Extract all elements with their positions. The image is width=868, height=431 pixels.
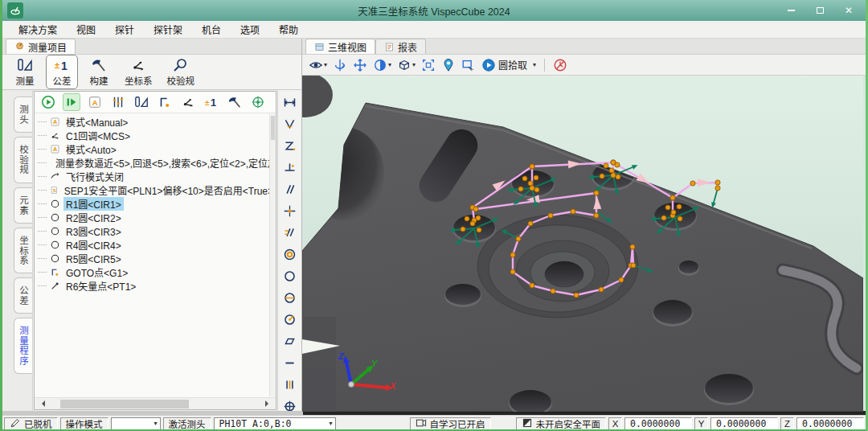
probe-icon: [251, 95, 265, 109]
svg-text:Z: Z: [338, 351, 345, 361]
tree-item[interactable]: R2圆<CIR2>: [38, 211, 276, 224]
circle-pick-button[interactable]: 圆拾取▾: [481, 58, 536, 72]
minimize-button[interactable]: [785, 5, 796, 16]
tree-toolbar-hammer-icon[interactable]: [226, 93, 244, 111]
maximize-button[interactable]: [814, 5, 825, 16]
view-tab-报表[interactable]: 报表: [375, 39, 426, 54]
tree-horizontal-scrollbar[interactable]: [35, 397, 276, 409]
close-button[interactable]: ✕: [843, 5, 854, 16]
menu-item-5[interactable]: 机台: [192, 21, 231, 38]
tolerance-parallelism-icon[interactable]: [283, 183, 297, 199]
tolerance-angle-z-icon[interactable]: [283, 139, 297, 155]
tree-toolbar-auto-icon[interactable]: A: [86, 93, 104, 111]
tree-item[interactable]: A模式<Manual>: [38, 115, 276, 129]
left-body: 测头校验规元素坐标系公差测量程序 A±1 A模式<Manual>C1回调<MCS…: [2, 90, 301, 411]
view-tab-三维视图[interactable]: 三维视图: [305, 39, 375, 54]
tree-toolbar-params-icon[interactable]: [109, 93, 127, 111]
active-probe-select[interactable]: PH10T A:0,B:0▾: [214, 417, 336, 430]
timer-disabled-button[interactable]: [553, 58, 567, 72]
tolerance-distance-icon[interactable]: [283, 96, 297, 112]
tree-item[interactable]: R1圆<CIR1>: [38, 197, 276, 211]
menu-item-7[interactable]: 帮助: [269, 21, 308, 38]
tab-measurement-items[interactable]: 测量项目: [6, 39, 76, 54]
viewtool-overlay-icon[interactable]: [461, 58, 476, 72]
menu-item-2[interactable]: 视图: [67, 21, 105, 38]
viewtool-orbit-icon[interactable]: [333, 58, 347, 72]
tolerance-concentricity-icon[interactable]: [283, 248, 297, 264]
move-icon: [353, 58, 367, 72]
tree-item[interactable]: 飞行模式关闭: [38, 170, 276, 183]
svg-text:A: A: [53, 146, 57, 153]
viewtool-shade-icon[interactable]: ▾: [373, 58, 391, 72]
self-learn-icon: [416, 417, 427, 429]
tree-toolbar-tolerance-icon[interactable]: ±1: [203, 93, 220, 111]
operation-mode-select[interactable]: ▾: [111, 417, 161, 430]
coord-value-Z: 0.0000000: [796, 417, 864, 430]
side-tab-元素[interactable]: 元素: [14, 187, 32, 224]
viewtool-cube-icon[interactable]: ▾: [397, 58, 416, 72]
tolerance-icon: ±1: [54, 57, 70, 73]
menu-item-4[interactable]: 探针架: [144, 21, 192, 38]
tree-toolbar-probe-icon[interactable]: [249, 93, 267, 111]
no-safe-plane-icon: [522, 417, 533, 429]
scroll-left-arrow[interactable]: [39, 400, 45, 407]
side-tab-测量程序[interactable]: 测量程序: [14, 318, 32, 374]
tree-item[interactable]: R6矢量点<PT1>: [38, 279, 276, 293]
tolerance-straightness-icon[interactable]: [283, 356, 297, 372]
tolerance-runout-icon[interactable]: [283, 313, 297, 329]
scroll-thumb[interactable]: [60, 400, 189, 408]
menu-item-1[interactable]: 解决方案: [9, 21, 67, 38]
tree-item[interactable]: R5圆<CIR5>: [38, 252, 276, 265]
side-tab-坐标系[interactable]: 坐标系: [14, 228, 32, 274]
ribbon-button-坐标系[interactable]: 坐标系: [120, 55, 158, 89]
axes-icon: [50, 130, 60, 141]
tolerance-position-cross-icon[interactable]: [283, 204, 297, 220]
ribbon-button-公差[interactable]: ±1公差: [46, 55, 78, 89]
tree-toolbar-calipers-icon[interactable]: [133, 93, 150, 111]
tree-item[interactable]: A模式<Auto>: [38, 142, 276, 156]
axis-label-Z: Z: [780, 417, 794, 430]
3d-viewport[interactable]: XYZ: [302, 76, 866, 411]
offline-status: 已脱机: [4, 417, 58, 430]
tree-item[interactable]: SSEP1安全平面<PLN1>偏移<10>是否启用<True>: [38, 183, 276, 197]
viewtool-fit-icon[interactable]: [421, 58, 436, 72]
ribbon-button-构建[interactable]: 构建: [83, 55, 115, 89]
tolerance-roundness-icon[interactable]: [283, 269, 297, 285]
ribbon-button-测量[interactable]: 测量: [9, 55, 41, 89]
tolerance-symmetry-icon[interactable]: [283, 378, 297, 394]
viewtool-pin-icon[interactable]: [441, 58, 456, 72]
side-tab-校验规[interactable]: 校验规: [14, 137, 32, 183]
tolerance-perpendicularity-icon[interactable]: [283, 161, 297, 177]
main-area: 测量项目 测量±1公差构建坐标系校验规 测头校验规元素坐标系公差测量程序 A±1…: [2, 39, 866, 411]
menu-item-3[interactable]: 探针: [105, 21, 144, 38]
3d-scene[interactable]: XYZ: [302, 76, 863, 412]
tree-toolbar-axes-icon[interactable]: [179, 93, 197, 111]
tree-item[interactable]: C1回调<MCS>: [38, 129, 276, 142]
tree-vertical-scrollbar[interactable]: [269, 114, 276, 396]
svg-text:±: ±: [205, 98, 210, 107]
ribbon-button-校验规[interactable]: 校验规: [162, 55, 200, 89]
plane-icon: S: [50, 185, 59, 195]
pin-icon: [441, 58, 456, 72]
menu-item-6[interactable]: 选项: [231, 21, 269, 38]
tolerance-inclination-icon[interactable]: [283, 226, 297, 242]
tolerance-angle-v-icon[interactable]: [283, 117, 297, 133]
tolerance-flatness-icon[interactable]: [283, 335, 297, 351]
pencil-icon: [10, 417, 21, 430]
tree-item[interactable]: R3圆<CIR3>: [38, 224, 276, 238]
tree-toolbar-run-icon[interactable]: [39, 93, 57, 111]
scroll-right-arrow[interactable]: [265, 400, 272, 407]
tree-item[interactable]: GOTO点<G1>: [38, 265, 276, 279]
viewtool-move-icon[interactable]: [353, 58, 367, 72]
viewtool-eye-icon[interactable]: ▾: [309, 58, 327, 72]
tree-item[interactable]: R4圆<CIR4>: [38, 238, 276, 252]
chevron-down-icon: ▾: [388, 61, 391, 68]
side-tab-公差[interactable]: 公差: [14, 277, 32, 314]
side-tab-测头[interactable]: 测头: [14, 96, 32, 133]
distance-icon: [283, 96, 297, 109]
tolerance-cylindricity-icon[interactable]: [283, 291, 297, 307]
axis-label-X: X: [608, 417, 622, 430]
tree-item[interactable]: 测量参数逼近<5>,回退<5>,搜索<6>,定位<2>,定位加<2>,测量: [38, 156, 276, 170]
tree-toolbar-goto-icon[interactable]: [156, 93, 174, 111]
tree-toolbar-run-step-icon[interactable]: [63, 93, 80, 111]
